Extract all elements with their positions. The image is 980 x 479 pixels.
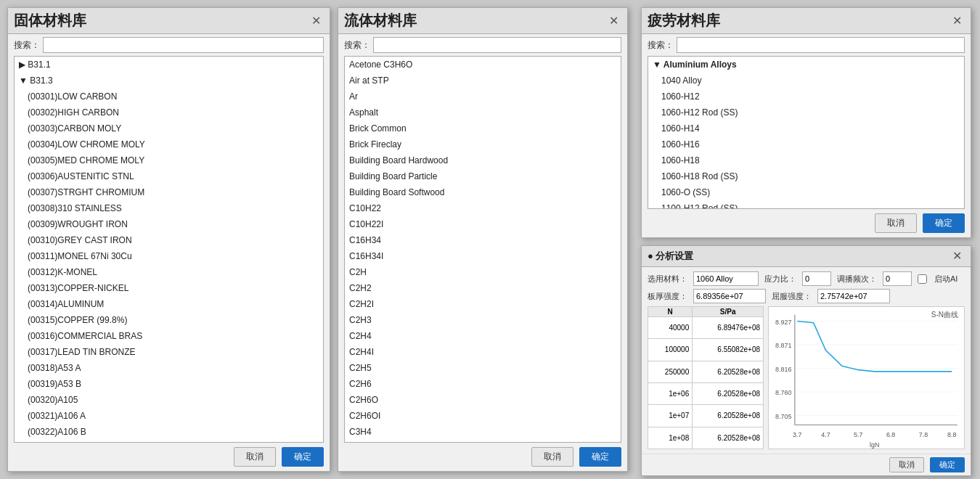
dialog1-title: 固体材料库 ✕ [8, 8, 330, 34]
list-item[interactable]: (00312)K-MONEL [15, 264, 323, 280]
list-item[interactable]: C2H5 [345, 360, 621, 376]
analysis-panel-close-button[interactable]: ✕ [950, 249, 965, 263]
ai-checkbox[interactable] [918, 274, 927, 284]
thickness-label: 板厚强度： [648, 291, 687, 302]
list-item[interactable]: Building Board Particle [345, 168, 621, 184]
dialog1-search-label: 搜索： [14, 39, 40, 52]
list-item[interactable]: (00316)COMMERCIAL BRAS [15, 328, 323, 344]
config-row-material: 选用材料： 应力比： 调播频次： 启动AI [648, 271, 965, 286]
fatigue-material-dialog: 疲劳材料库 ✕ 搜索： ▼ Aluminium Alloys1040 Alloy… [641, 7, 971, 238]
list-item[interactable]: (00310)GREY CAST IRON [15, 232, 323, 248]
list-item[interactable]: Building Board Hardwood [345, 152, 621, 168]
list-item[interactable]: 1060-H16 [648, 136, 964, 152]
dialog2-close-button[interactable]: ✕ [606, 14, 621, 28]
list-item[interactable]: 1060-H14 [648, 120, 964, 136]
sn-table-cell: 6.20528e+08 [693, 361, 764, 382]
analysis-panel-ok-button[interactable]: 确定 [930, 457, 965, 472]
list-item[interactable]: C2H6O [345, 392, 621, 408]
list-item[interactable]: (00308)310 STAINLESS [15, 200, 323, 216]
list-item[interactable]: Brick Fireclay [345, 136, 621, 152]
list-item[interactable]: C10H22 [345, 200, 621, 216]
list-item[interactable]: C16H34I [345, 248, 621, 264]
list-item[interactable]: C2H2 [345, 280, 621, 296]
solid-material-dialog: 固体材料库 ✕ 搜索： ▶ B31.1▼ B31.3(00301)LOW CAR… [7, 7, 330, 472]
dialog1-close-button[interactable]: ✕ [309, 14, 324, 28]
dialog3-footer: 取消 确定 [642, 209, 971, 237]
limit-input[interactable] [817, 289, 890, 303]
list-item[interactable]: (00319)A53 B [15, 376, 323, 392]
list-item[interactable]: C3H4 [345, 424, 621, 440]
list-item[interactable]: Ar [345, 89, 621, 105]
list-item[interactable]: C2H6OI [345, 408, 621, 424]
list-item[interactable]: (00302)HIGH CARBON [15, 105, 323, 120]
dialog2-search-input[interactable] [373, 37, 621, 53]
list-item[interactable]: 1060-H12 Rod (SS) [648, 105, 964, 120]
list-item[interactable]: (00307)STRGHT CHROMIUM [15, 184, 323, 200]
list-item[interactable]: (00306)AUSTENITIC STNL [15, 168, 323, 184]
list-item[interactable]: (00311)MONEL 67Ni 30Cu [15, 248, 323, 264]
list-item[interactable]: (00313)COPPER-NICKEL [15, 280, 323, 296]
material-input[interactable] [693, 271, 759, 286]
list-item[interactable]: Acetone C3H6O [345, 57, 621, 73]
list-item[interactable]: Air at STP [345, 73, 621, 89]
list-item[interactable]: Brick Common [345, 120, 621, 136]
list-item[interactable]: (00317)LEAD TIN BRONZE [15, 344, 323, 360]
list-item[interactable]: (00318)A53 A [15, 360, 323, 376]
list-item[interactable]: 1040 Alloy [648, 73, 964, 89]
list-item[interactable]: ▶ B31.1 [15, 57, 323, 73]
dialog2-ok-button[interactable]: 确定 [579, 447, 621, 467]
list-item[interactable]: 1060-H18 [648, 152, 964, 168]
thickness-input[interactable] [693, 289, 766, 303]
dialog1-ok-button[interactable]: 确定 [282, 447, 324, 467]
list-item[interactable]: C2H4 [345, 328, 621, 344]
svg-text:6.8: 6.8 [886, 431, 896, 438]
dialog3-list[interactable]: ▼ Aluminium Alloys1040 Alloy1060-H121060… [648, 56, 965, 209]
list-item[interactable]: 1060-H12 [648, 89, 964, 105]
list-item[interactable]: C2H4I [345, 344, 621, 360]
list-item[interactable]: ▼ B31.3 [15, 73, 323, 89]
dialog3-ok-button[interactable]: 确定 [923, 213, 965, 233]
dialog3-search-input[interactable] [677, 37, 965, 53]
list-item[interactable]: (00301)LOW CARBON [15, 89, 323, 105]
list-item[interactable]: (00305)MED CHROME MOLY [15, 152, 323, 168]
list-item[interactable]: (00309)WROUGHT IRON [15, 216, 323, 232]
load-input[interactable] [802, 271, 831, 286]
dialog3-close-button[interactable]: ✕ [950, 14, 965, 28]
smooth-input[interactable] [883, 271, 912, 286]
dialog1-search-input[interactable] [43, 37, 324, 53]
svg-text:8.8: 8.8 [947, 431, 957, 438]
list-item[interactable]: (00303)CARBON MOLY [15, 120, 323, 136]
list-item[interactable]: Building Board Softwood [345, 184, 621, 200]
list-item[interactable]: (00320)A105 [15, 392, 323, 408]
list-item[interactable]: (00315)COPPER (99.8%) [15, 312, 323, 328]
dialog2-list[interactable]: Acetone C3H6OAir at STPArAsphaltBrick Co… [344, 56, 621, 443]
list-item[interactable]: C10H22I [345, 216, 621, 232]
smooth-label: 调播频次： [837, 274, 877, 284]
list-item[interactable]: (00304)LOW CHROME MOLY [15, 136, 323, 152]
dialog3-cancel-button[interactable]: 取消 [875, 213, 917, 233]
list-item[interactable]: (00322)A106 B [15, 424, 323, 440]
dialog3-title: 疲劳材料库 ✕ [642, 8, 971, 34]
list-item[interactable]: 1060-O (SS) [648, 184, 964, 200]
list-item[interactable]: C2H [345, 264, 621, 280]
list-item[interactable]: (00314)ALUMINUM [15, 296, 323, 312]
list-item[interactable]: C16H34 [345, 232, 621, 248]
list-item[interactable]: C2H2I [345, 296, 621, 312]
svg-text:8.927: 8.927 [775, 319, 791, 326]
sn-table-row: 2500006.20528e+08 [648, 361, 764, 382]
dialog2-cancel-button[interactable]: 取消 [531, 447, 573, 467]
sn-table-cell: 6.20528e+08 [693, 427, 764, 449]
analysis-panel-cancel-button[interactable]: 取消 [889, 457, 924, 472]
sn-table-cell: 100000 [648, 339, 693, 361]
list-item[interactable]: 1100-H12 Rod (SS) [648, 200, 964, 209]
dialog1-cancel-button[interactable]: 取消 [234, 447, 276, 467]
list-item[interactable]: C2H3 [345, 312, 621, 328]
sn-table-cell: 250000 [648, 361, 693, 382]
list-item[interactable]: (00321)A106 A [15, 408, 323, 424]
list-item[interactable]: C2H6 [345, 376, 621, 392]
dialog1-list[interactable]: ▶ B31.1▼ B31.3(00301)LOW CARBON(00302)HI… [14, 56, 324, 443]
list-item[interactable]: 1060-H18 Rod (SS) [648, 168, 964, 184]
sn-table-row: 1e+076.20528e+08 [648, 405, 764, 427]
list-item[interactable]: ▼ Aluminium Alloys [648, 57, 964, 73]
list-item[interactable]: Asphalt [345, 105, 621, 120]
